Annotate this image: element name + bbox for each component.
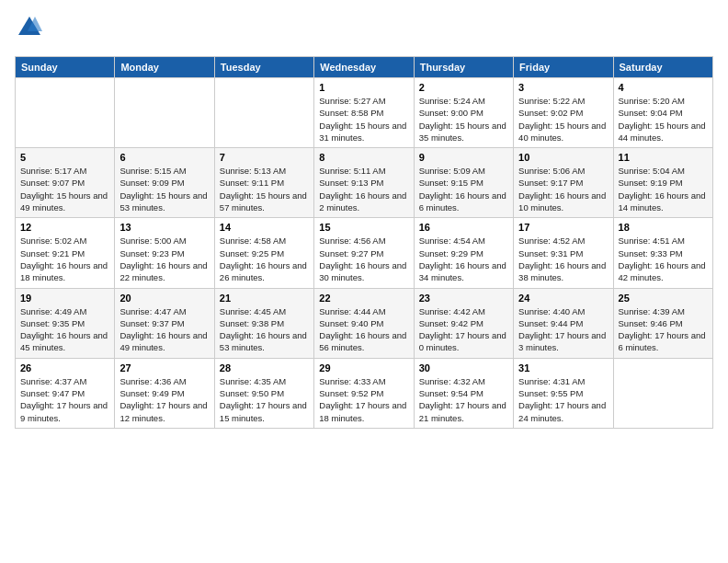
day-number: 7 <box>220 152 309 163</box>
day-number: 25 <box>619 293 708 304</box>
page-header <box>15 15 713 45</box>
day-number: 12 <box>20 222 109 233</box>
day-info: Sunrise: 4:56 AM Sunset: 9:27 PM Dayligh… <box>319 235 408 283</box>
day-info: Sunrise: 4:39 AM Sunset: 9:46 PM Dayligh… <box>619 305 708 354</box>
day-info: Sunrise: 5:06 AM Sunset: 9:17 PM Dayligh… <box>518 165 608 213</box>
day-info: Sunrise: 5:22 AM Sunset: 9:02 PM Dayligh… <box>518 95 608 144</box>
calendar-week-row: 12Sunrise: 5:02 AM Sunset: 9:21 PM Dayli… <box>16 218 713 288</box>
calendar-cell: 17Sunrise: 4:52 AM Sunset: 9:31 PM Dayli… <box>514 218 613 288</box>
calendar-cell: 6Sunrise: 5:15 AM Sunset: 9:09 PM Daylig… <box>115 148 214 218</box>
day-info: Sunrise: 5:24 AM Sunset: 9:00 PM Dayligh… <box>419 95 508 144</box>
day-info: Sunrise: 5:02 AM Sunset: 9:21 PM Dayligh… <box>20 235 109 283</box>
calendar-cell: 13Sunrise: 5:00 AM Sunset: 9:23 PM Dayli… <box>115 218 214 288</box>
calendar-header-friday: Friday <box>514 57 613 78</box>
calendar-header-monday: Monday <box>115 57 214 78</box>
calendar-cell: 12Sunrise: 5:02 AM Sunset: 9:21 PM Dayli… <box>16 218 115 288</box>
calendar-cell: 24Sunrise: 4:40 AM Sunset: 9:44 PM Dayli… <box>514 288 613 358</box>
day-number: 27 <box>119 362 209 373</box>
day-number: 10 <box>518 152 608 163</box>
day-number: 29 <box>319 362 408 373</box>
calendar-cell: 9Sunrise: 5:09 AM Sunset: 9:15 PM Daylig… <box>414 148 513 218</box>
day-info: Sunrise: 4:33 AM Sunset: 9:52 PM Dayligh… <box>319 375 408 424</box>
day-number: 26 <box>20 362 109 373</box>
logo-icon <box>17 15 42 40</box>
day-info: Sunrise: 4:37 AM Sunset: 9:47 PM Dayligh… <box>20 375 109 424</box>
calendar-cell: 30Sunrise: 4:32 AM Sunset: 9:54 PM Dayli… <box>414 358 513 428</box>
calendar-cell: 31Sunrise: 4:31 AM Sunset: 9:55 PM Dayli… <box>514 358 613 428</box>
day-info: Sunrise: 5:13 AM Sunset: 9:11 PM Dayligh… <box>220 165 309 213</box>
calendar-week-row: 26Sunrise: 4:37 AM Sunset: 9:47 PM Dayli… <box>16 358 713 428</box>
day-number: 15 <box>319 222 408 233</box>
calendar-header-saturday: Saturday <box>613 57 712 78</box>
day-info: Sunrise: 4:36 AM Sunset: 9:49 PM Dayligh… <box>119 375 209 424</box>
day-number: 22 <box>319 293 408 304</box>
day-number: 24 <box>518 293 608 304</box>
day-info: Sunrise: 4:35 AM Sunset: 9:50 PM Dayligh… <box>220 375 309 424</box>
day-number: 4 <box>619 82 708 93</box>
day-info: Sunrise: 4:31 AM Sunset: 9:55 PM Dayligh… <box>518 375 608 424</box>
calendar-cell: 25Sunrise: 4:39 AM Sunset: 9:46 PM Dayli… <box>613 288 712 358</box>
day-number: 21 <box>220 293 309 304</box>
day-info: Sunrise: 4:45 AM Sunset: 9:38 PM Dayligh… <box>220 305 309 354</box>
calendar-cell: 27Sunrise: 4:36 AM Sunset: 9:49 PM Dayli… <box>115 358 214 428</box>
day-number: 9 <box>419 152 508 163</box>
calendar-cell: 18Sunrise: 4:51 AM Sunset: 9:33 PM Dayli… <box>613 218 712 288</box>
calendar-cell: 15Sunrise: 4:56 AM Sunset: 9:27 PM Dayli… <box>314 218 414 288</box>
day-info: Sunrise: 4:47 AM Sunset: 9:37 PM Dayligh… <box>119 305 209 354</box>
day-number: 30 <box>419 362 508 373</box>
day-info: Sunrise: 5:00 AM Sunset: 9:23 PM Dayligh… <box>119 235 209 283</box>
day-info: Sunrise: 5:17 AM Sunset: 9:07 PM Dayligh… <box>20 165 109 213</box>
calendar-cell: 5Sunrise: 5:17 AM Sunset: 9:07 PM Daylig… <box>16 148 115 218</box>
calendar-cell: 21Sunrise: 4:45 AM Sunset: 9:38 PM Dayli… <box>214 288 313 358</box>
day-number: 11 <box>619 152 708 163</box>
day-info: Sunrise: 5:15 AM Sunset: 9:09 PM Dayligh… <box>119 165 209 213</box>
calendar-cell: 7Sunrise: 5:13 AM Sunset: 9:11 PM Daylig… <box>214 148 313 218</box>
calendar-cell: 22Sunrise: 4:44 AM Sunset: 9:40 PM Dayli… <box>314 288 414 358</box>
day-info: Sunrise: 4:44 AM Sunset: 9:40 PM Dayligh… <box>319 305 408 354</box>
calendar-cell: 19Sunrise: 4:49 AM Sunset: 9:35 PM Dayli… <box>16 288 115 358</box>
day-info: Sunrise: 4:32 AM Sunset: 9:54 PM Dayligh… <box>419 375 508 424</box>
calendar-cell <box>214 78 313 148</box>
calendar-header-tuesday: Tuesday <box>214 57 313 78</box>
calendar-cell: 23Sunrise: 4:42 AM Sunset: 9:42 PM Dayli… <box>414 288 513 358</box>
day-info: Sunrise: 4:51 AM Sunset: 9:33 PM Dayligh… <box>619 235 708 283</box>
day-info: Sunrise: 5:04 AM Sunset: 9:19 PM Dayligh… <box>619 165 708 213</box>
logo <box>15 15 42 45</box>
calendar-cell: 29Sunrise: 4:33 AM Sunset: 9:52 PM Dayli… <box>314 358 414 428</box>
calendar-header-wednesday: Wednesday <box>314 57 414 78</box>
day-info: Sunrise: 4:58 AM Sunset: 9:25 PM Dayligh… <box>220 235 309 283</box>
calendar-cell: 1Sunrise: 5:27 AM Sunset: 8:58 PM Daylig… <box>314 78 414 148</box>
day-info: Sunrise: 4:52 AM Sunset: 9:31 PM Dayligh… <box>518 235 608 283</box>
calendar-cell: 10Sunrise: 5:06 AM Sunset: 9:17 PM Dayli… <box>514 148 613 218</box>
calendar-week-row: 19Sunrise: 4:49 AM Sunset: 9:35 PM Dayli… <box>16 288 713 358</box>
calendar-header-sunday: Sunday <box>16 57 115 78</box>
calendar-header-row: SundayMondayTuesdayWednesdayThursdayFrid… <box>16 57 713 78</box>
calendar-table: SundayMondayTuesdayWednesdayThursdayFrid… <box>15 56 713 429</box>
day-number: 23 <box>419 293 508 304</box>
day-info: Sunrise: 4:42 AM Sunset: 9:42 PM Dayligh… <box>419 305 508 354</box>
day-info: Sunrise: 5:27 AM Sunset: 8:58 PM Dayligh… <box>319 95 408 144</box>
day-number: 20 <box>119 293 209 304</box>
calendar-header-thursday: Thursday <box>414 57 513 78</box>
day-number: 16 <box>419 222 508 233</box>
day-number: 17 <box>518 222 608 233</box>
calendar-cell: 20Sunrise: 4:47 AM Sunset: 9:37 PM Dayli… <box>115 288 214 358</box>
calendar-cell <box>613 358 712 428</box>
calendar-cell: 16Sunrise: 4:54 AM Sunset: 9:29 PM Dayli… <box>414 218 513 288</box>
calendar-cell: 28Sunrise: 4:35 AM Sunset: 9:50 PM Dayli… <box>214 358 313 428</box>
day-number: 1 <box>319 82 408 93</box>
day-info: Sunrise: 4:40 AM Sunset: 9:44 PM Dayligh… <box>518 305 608 354</box>
calendar-cell <box>16 78 115 148</box>
day-info: Sunrise: 5:11 AM Sunset: 9:13 PM Dayligh… <box>319 165 408 213</box>
day-number: 19 <box>20 293 109 304</box>
day-number: 31 <box>518 362 608 373</box>
day-number: 8 <box>319 152 408 163</box>
day-number: 14 <box>220 222 309 233</box>
calendar-cell: 2Sunrise: 5:24 AM Sunset: 9:00 PM Daylig… <box>414 78 513 148</box>
calendar-cell: 14Sunrise: 4:58 AM Sunset: 9:25 PM Dayli… <box>214 218 313 288</box>
calendar-cell <box>115 78 214 148</box>
calendar-week-row: 5Sunrise: 5:17 AM Sunset: 9:07 PM Daylig… <box>16 148 713 218</box>
calendar-cell: 4Sunrise: 5:20 AM Sunset: 9:04 PM Daylig… <box>613 78 712 148</box>
day-info: Sunrise: 5:09 AM Sunset: 9:15 PM Dayligh… <box>419 165 508 213</box>
day-info: Sunrise: 4:54 AM Sunset: 9:29 PM Dayligh… <box>419 235 508 283</box>
